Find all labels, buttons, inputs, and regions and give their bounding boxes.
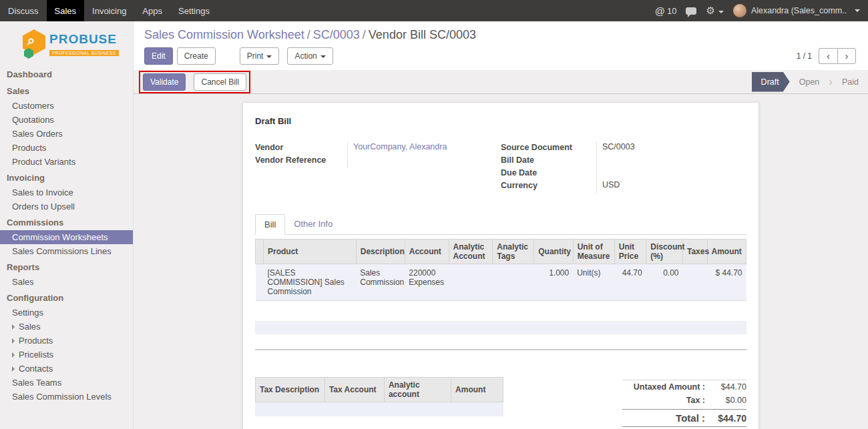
col-analytic-tags[interactable]: Analytic Tags	[493, 240, 534, 264]
status-open[interactable]: Open	[790, 72, 829, 92]
col-discount[interactable]: Discount (%)	[646, 240, 683, 264]
sidebar-item-quotations[interactable]: Quotations	[0, 113, 133, 127]
cell-uom: Unit(s)	[573, 264, 614, 301]
mention-counter[interactable]: @ 10	[655, 5, 677, 17]
empty-space	[255, 301, 746, 321]
cell-description: Sales Commission	[356, 264, 405, 301]
table-row[interactable]: [SALES COMMISSION] Sales Commission Sale…	[256, 264, 746, 301]
expand-arrow-icon	[12, 324, 15, 330]
tax-label: Tax :	[686, 396, 705, 405]
sidebar-item-sales-teams[interactable]: Sales Teams	[0, 376, 133, 390]
untaxed-amount-label: Untaxed Amount :	[634, 382, 705, 392]
sidebar-item-product-variants[interactable]: Product Variants	[0, 155, 133, 169]
user-menu[interactable]: Alexandra (Sales_comm..	[733, 4, 860, 17]
col-quantity[interactable]: Quantity	[534, 240, 573, 264]
col-analytic-account[interactable]: Analytic Account	[449, 240, 493, 264]
cancel-bill-button[interactable]: Cancel Bill	[194, 73, 246, 91]
status-draft[interactable]: Draft	[752, 72, 790, 92]
sidebar-item-sales-to-invoice[interactable]: Sales to Invoice	[0, 185, 133, 199]
pager: 1 / 1 ‹ ›	[797, 48, 856, 64]
due-date-label: Due Date	[501, 167, 596, 177]
mention-count: 10	[667, 6, 676, 16]
col-unit-of-measure[interactable]: Unit of Measure	[573, 240, 614, 264]
action-dropdown[interactable]: Action	[287, 47, 333, 65]
create-button[interactable]: Create	[177, 47, 216, 65]
sidebar-item-config-products[interactable]: Products	[0, 334, 133, 348]
currency-label: Currency	[501, 180, 596, 190]
probuse-logo: PROBUSE PROFESSIONAL BUSINESS	[0, 21, 133, 65]
breadcrumb-separator: /	[307, 28, 310, 41]
cell-account: 220000 Expenses	[405, 264, 449, 301]
sidebar-item-config-pricelists[interactable]: Pricelists	[0, 348, 133, 362]
print-dropdown[interactable]: Print	[240, 47, 280, 65]
sidebar-section-commissions[interactable]: Commissions	[0, 213, 133, 230]
tax-value: $0.00	[705, 396, 746, 405]
breadcrumb-current: Vendor Bill SC/0003	[369, 28, 476, 41]
tax-header-row: Tax Description Tax Account Analytic acc…	[256, 378, 503, 402]
pager-counter: 1 / 1	[797, 51, 812, 61]
pager-previous-button[interactable]: ‹	[819, 48, 837, 64]
pager-next-button[interactable]: ›	[837, 48, 856, 64]
sidebar-section-sales[interactable]: Sales	[0, 82, 133, 99]
sidebar-item-sales-commissions-lines[interactable]: Sales Commissions Lines	[0, 244, 133, 258]
breadcrumb-worksheet-link[interactable]: Sales Commission Worksheet	[144, 28, 304, 41]
tab-bill[interactable]: Bill	[255, 214, 285, 235]
chevron-down-icon	[718, 11, 724, 13]
col-tax-account: Tax Account	[324, 378, 384, 402]
top-navbar: Discuss Sales Invoicing Apps Settings @ …	[0, 0, 868, 21]
tax-lines-table: Tax Description Tax Account Analytic acc…	[255, 377, 503, 402]
menu-apps[interactable]: Apps	[134, 0, 170, 21]
sidebar-item-config-contacts[interactable]: Contacts	[0, 362, 133, 376]
menu-invoicing[interactable]: Invoicing	[84, 0, 134, 21]
page-title: Draft Bill	[255, 116, 746, 126]
sidebar-item-sales-commission-levels[interactable]: Sales Commission Levels	[0, 390, 133, 404]
expand-arrow-icon	[12, 338, 15, 344]
menu-settings[interactable]: Settings	[170, 0, 218, 21]
breadcrumb-separator: /	[363, 28, 366, 41]
sidebar-item-commission-worksheets[interactable]: Commission Worksheets	[0, 230, 133, 244]
sidebar-item-products[interactable]: Products	[0, 141, 133, 155]
tab-other-info[interactable]: Other Info	[285, 214, 341, 234]
col-description[interactable]: Description	[356, 240, 405, 264]
table-header-row: Product Description Account Analytic Acc…	[256, 240, 746, 264]
menu-sales[interactable]: Sales	[47, 0, 85, 21]
cell-product: [SALES COMMISSION] Sales Commission	[264, 264, 357, 301]
empty-space	[255, 334, 746, 349]
invoice-lines-table: Product Description Account Analytic Acc…	[255, 239, 746, 301]
edit-button[interactable]: Edit	[144, 47, 173, 65]
source-document-value: SC/0003	[596, 142, 746, 155]
total-value: $44.70	[705, 413, 746, 424]
sidebar-item-config-sales[interactable]: Sales	[0, 320, 133, 334]
sidebar-section-configuration[interactable]: Configuration	[0, 289, 133, 306]
col-amount[interactable]: Amount	[707, 240, 746, 264]
sidebar-item-settings[interactable]: Settings	[0, 306, 133, 320]
col-unit-price[interactable]: Unit Price	[614, 240, 646, 264]
col-tax-amount: Amount	[451, 378, 503, 402]
sidebar-item-reports-sales[interactable]: Sales	[0, 275, 133, 289]
menu-discuss[interactable]: Discuss	[0, 0, 47, 21]
bill-date-label: Bill Date	[501, 155, 596, 165]
col-account[interactable]: Account	[405, 240, 449, 264]
col-taxes[interactable]: Taxes	[682, 240, 707, 264]
top-menu: Discuss Sales Invoicing Apps Settings	[0, 0, 218, 21]
expand-arrow-icon	[12, 352, 15, 358]
col-product[interactable]: Product	[264, 240, 357, 264]
sidebar-item-customers[interactable]: Customers	[0, 99, 133, 113]
sidebar-item-dashboard[interactable]: Dashboard	[0, 65, 133, 82]
breadcrumb-sc0003-link[interactable]: SC/0003	[313, 28, 360, 41]
status-paid[interactable]: Paid	[833, 72, 868, 92]
messages-icon[interactable]	[686, 7, 696, 15]
sidebar-item-sales-orders[interactable]: Sales Orders	[0, 127, 133, 141]
debug-menu[interactable]: ⚙	[706, 5, 723, 17]
vendor-value[interactable]: YourCompany, Alexandra	[347, 142, 501, 155]
sidebar-section-invoicing[interactable]: Invoicing	[0, 169, 133, 185]
due-date-value	[596, 167, 746, 180]
currency-value: USD	[596, 180, 746, 193]
empty-space	[255, 416, 503, 429]
sidebar-section-reports[interactable]: Reports	[0, 258, 133, 275]
cell-unit-price: 44.70	[614, 264, 646, 301]
brand-name: PROBUSE	[49, 32, 119, 47]
validate-button[interactable]: Validate	[143, 73, 186, 91]
content-area: Draft Bill Vendor YourCompany, Alexandra…	[134, 94, 868, 429]
sidebar-item-orders-to-upsell[interactable]: Orders to Upsell	[0, 199, 133, 213]
